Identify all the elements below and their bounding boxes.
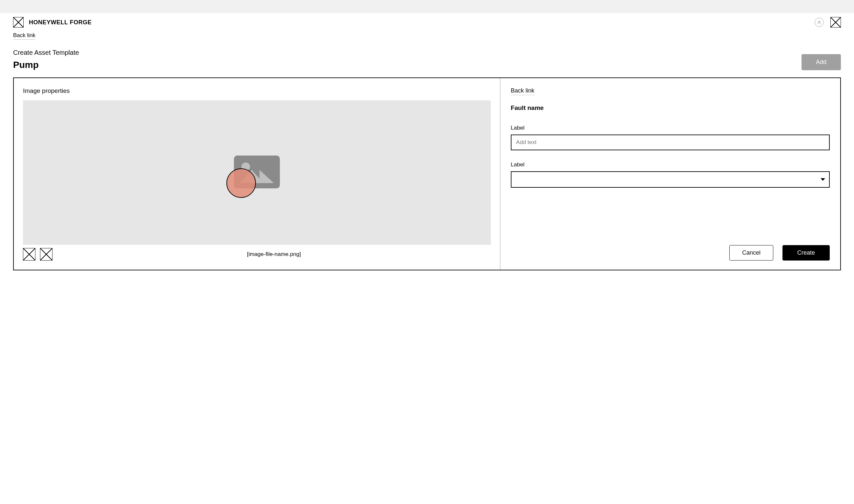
cancel-button[interactable]: Cancel bbox=[729, 245, 773, 260]
svg-point-0 bbox=[819, 21, 820, 22]
hotspot-marker-icon[interactable] bbox=[226, 168, 256, 198]
footer-action-1-icon[interactable] bbox=[23, 248, 35, 260]
image-filename: [image-file-name.png] bbox=[57, 251, 491, 257]
page-title: Pump bbox=[13, 60, 79, 70]
main-panel: Image properties [image-file-name.png bbox=[13, 77, 841, 270]
create-button[interactable]: Create bbox=[782, 245, 830, 260]
caret-down-icon bbox=[820, 178, 825, 181]
page-sublabel: Create Asset Template bbox=[13, 49, 79, 56]
header-placeholder-icon[interactable] bbox=[830, 17, 841, 28]
image-preview-area[interactable] bbox=[23, 101, 491, 245]
logo-placeholder-icon bbox=[13, 17, 24, 28]
avatar-icon[interactable] bbox=[815, 18, 824, 27]
subheader-left: Create Asset Template Pump bbox=[13, 49, 79, 70]
footer-action-2-icon[interactable] bbox=[40, 248, 53, 260]
image-placeholder-icon bbox=[234, 156, 280, 190]
field-2-select[interactable] bbox=[511, 171, 830, 188]
header: HONEYWELL FORGE bbox=[13, 13, 841, 29]
field-2-label: Label bbox=[511, 161, 830, 168]
image-properties-title: Image properties bbox=[23, 87, 491, 94]
header-left: HONEYWELL FORGE bbox=[13, 17, 92, 28]
svg-point-3 bbox=[227, 169, 256, 198]
top-band bbox=[0, 0, 854, 13]
action-buttons: Cancel Create bbox=[511, 206, 830, 260]
field-2-value[interactable] bbox=[511, 171, 830, 188]
subheader: Create Asset Template Pump Add bbox=[13, 49, 841, 70]
details-back-link[interactable]: Back link bbox=[511, 87, 534, 95]
fault-name-heading: Fault name bbox=[511, 104, 830, 111]
field-1-input[interactable] bbox=[511, 134, 830, 150]
brand-name: HONEYWELL FORGE bbox=[29, 19, 92, 26]
image-properties-pane: Image properties [image-file-name.png bbox=[14, 78, 500, 270]
add-button[interactable]: Add bbox=[801, 54, 841, 70]
details-pane: Back link Fault name Label Label Cancel … bbox=[500, 78, 840, 270]
field-1-label: Label bbox=[511, 125, 830, 131]
image-footer: [image-file-name.png] bbox=[23, 248, 491, 260]
header-right bbox=[815, 17, 841, 28]
back-link[interactable]: Back link bbox=[13, 32, 35, 40]
